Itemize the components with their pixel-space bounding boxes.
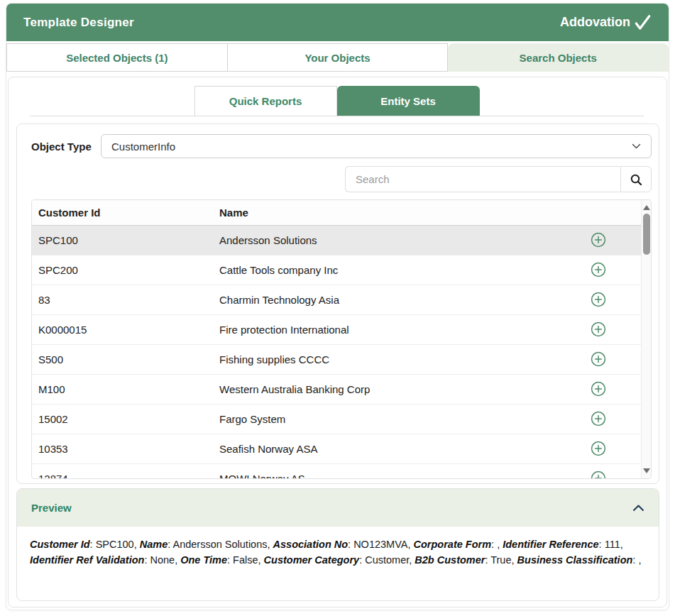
customer-id-cell: 12874 bbox=[32, 463, 213, 479]
customer-name-cell: Fishing supplies CCCC bbox=[213, 344, 556, 374]
table-row[interactable]: M100Western Australia Banking Corp bbox=[32, 374, 641, 404]
customer-table-body: SPC100Andersson SolutionsSPC200Cattle To… bbox=[32, 225, 641, 479]
tab-your-objects[interactable]: Your Objects bbox=[228, 43, 449, 72]
search-button[interactable] bbox=[620, 166, 652, 192]
customer-name-cell: Andersson Solutions bbox=[213, 225, 556, 255]
add-object-button[interactable] bbox=[591, 411, 606, 427]
brand-logo: Addovation bbox=[560, 13, 652, 32]
brand-name: Addovation bbox=[560, 15, 630, 30]
entity-sets-panel: Object Type CustomerInfo bbox=[16, 123, 659, 484]
table-scrollbar[interactable] bbox=[641, 200, 651, 478]
table-row[interactable]: 12874MOWI Norway AS bbox=[32, 463, 641, 479]
subtab-label: Quick Reports bbox=[229, 95, 302, 107]
preview-text: Customer Id: SPC100, Name: Andersson Sol… bbox=[17, 527, 659, 578]
customer-id-cell: M100 bbox=[32, 374, 213, 404]
tab-label: Selected Objects (1) bbox=[66, 52, 168, 64]
customer-id-cell: SPC200 bbox=[32, 255, 213, 285]
actions-cell bbox=[556, 404, 641, 434]
add-object-button[interactable] bbox=[591, 441, 606, 456]
column-header-customer-id: Customer Id bbox=[32, 200, 213, 225]
preview-field-label: Identifier Ref Validation bbox=[30, 554, 144, 566]
app-header: Template Designer Addovation bbox=[6, 4, 669, 41]
actions-cell bbox=[556, 314, 641, 344]
object-type-row: Object Type CustomerInfo bbox=[31, 134, 652, 158]
object-type-value: CustomerInfo bbox=[111, 141, 175, 153]
tab-label: Your Objects bbox=[304, 52, 370, 64]
customer-name-cell: Charmin Technology Asia bbox=[213, 285, 556, 314]
object-type-label: Object Type bbox=[31, 141, 101, 153]
customer-id-cell: 10353 bbox=[32, 434, 213, 463]
preview-field-label: Business Classification bbox=[517, 554, 633, 566]
preview-field-label: Customer Category bbox=[264, 554, 360, 566]
chevron-down-icon bbox=[632, 143, 641, 150]
tab-label: Search Objects bbox=[520, 52, 597, 64]
search-input[interactable] bbox=[345, 166, 620, 192]
actions-cell bbox=[556, 344, 641, 374]
table-header-row: Customer Id Name bbox=[32, 200, 641, 225]
column-header-name: Name bbox=[213, 200, 556, 225]
tab-search-objects[interactable]: Search Objects bbox=[448, 43, 669, 72]
table-row[interactable]: K0000015Fire protection International bbox=[32, 314, 641, 344]
table-row[interactable]: S500Fishing supplies CCCC bbox=[32, 344, 641, 374]
actions-cell bbox=[556, 434, 641, 463]
customer-name-cell: Fargo System bbox=[213, 404, 556, 434]
page-title: Template Designer bbox=[23, 16, 134, 30]
sub-tab-bar: Quick Reports Entity Sets bbox=[30, 87, 644, 116]
add-object-button[interactable] bbox=[591, 471, 606, 479]
table-row[interactable]: SPC100Andersson Solutions bbox=[32, 225, 641, 255]
table-row[interactable]: SPC200Cattle Tools company Inc bbox=[32, 255, 641, 285]
actions-cell bbox=[556, 463, 641, 479]
search-objects-panel: Quick Reports Entity Sets Object Type Cu… bbox=[8, 77, 667, 607]
customer-name-cell: Seafish Norway ASA bbox=[213, 434, 556, 463]
tab-quick-reports[interactable]: Quick Reports bbox=[194, 86, 337, 116]
preview-field-label: Name bbox=[140, 539, 168, 550]
customer-id-cell: K0000015 bbox=[32, 314, 213, 344]
customer-table: Customer Id Name SPC100Andersson Solutio… bbox=[32, 200, 641, 479]
customer-name-cell: Western Australia Banking Corp bbox=[213, 374, 556, 404]
add-object-button[interactable] bbox=[591, 351, 606, 367]
table-row[interactable]: 15002Fargo System bbox=[32, 404, 641, 434]
search-row bbox=[31, 166, 652, 192]
preview-field-label: Association No bbox=[273, 539, 349, 550]
object-type-select[interactable]: CustomerInfo bbox=[101, 134, 652, 158]
preview-header[interactable]: Preview bbox=[17, 489, 659, 527]
actions-cell bbox=[556, 255, 641, 285]
preview-field-label: Identifier Reference bbox=[503, 539, 598, 550]
customer-id-cell: 83 bbox=[32, 285, 213, 314]
scrollbar-thumb[interactable] bbox=[643, 214, 650, 255]
preview-title: Preview bbox=[31, 502, 72, 514]
add-object-button[interactable] bbox=[591, 232, 606, 248]
add-object-button[interactable] bbox=[591, 262, 606, 277]
customer-name-cell: Cattle Tools company Inc bbox=[213, 255, 556, 285]
search-icon bbox=[630, 173, 642, 186]
subtab-label: Entity Sets bbox=[380, 95, 436, 107]
add-object-button[interactable] bbox=[591, 381, 606, 397]
preview-panel: Preview Customer Id: SPC100, Name: Ander… bbox=[16, 488, 659, 601]
main-tab-bar: Selected Objects (1) Your Objects Search… bbox=[6, 43, 669, 72]
customer-id-cell: S500 bbox=[32, 344, 213, 374]
tab-entity-sets[interactable]: Entity Sets bbox=[337, 86, 480, 116]
tab-selected-objects[interactable]: Selected Objects (1) bbox=[6, 43, 228, 72]
customer-table-container: Customer Id Name SPC100Andersson Solutio… bbox=[31, 199, 652, 479]
scroll-down-arrow-icon[interactable] bbox=[643, 468, 650, 473]
template-designer-window: Template Designer Addovation Selected Ob… bbox=[6, 3, 669, 610]
table-row[interactable]: 83Charmin Technology Asia bbox=[32, 285, 641, 314]
actions-cell bbox=[556, 225, 641, 255]
chevron-up-icon[interactable] bbox=[632, 504, 644, 512]
customer-name-cell: MOWI Norway AS bbox=[213, 463, 556, 479]
scroll-up-arrow-icon[interactable] bbox=[643, 205, 650, 210]
actions-cell bbox=[556, 285, 641, 314]
preview-field-label: One Time bbox=[180, 554, 227, 566]
customer-id-cell: SPC100 bbox=[32, 225, 213, 255]
table-row[interactable]: 10353Seafish Norway ASA bbox=[32, 434, 641, 463]
checkmark-icon bbox=[633, 13, 652, 32]
customer-name-cell: Fire protection International bbox=[213, 314, 556, 344]
add-object-button[interactable] bbox=[591, 292, 606, 307]
column-header-actions bbox=[556, 200, 641, 225]
preview-field-label: B2b Customer bbox=[415, 554, 485, 566]
preview-field-label: Corporate Form bbox=[414, 539, 492, 550]
add-object-button[interactable] bbox=[591, 321, 606, 337]
preview-field-label: Customer Id bbox=[30, 539, 90, 550]
customer-id-cell: 15002 bbox=[32, 404, 213, 434]
actions-cell bbox=[556, 374, 641, 404]
